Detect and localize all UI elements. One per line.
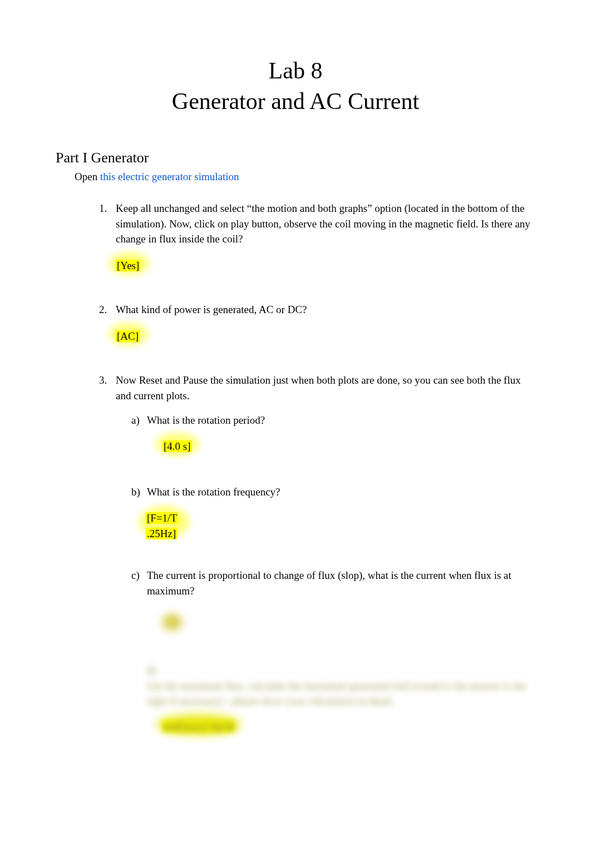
title-line-1: Lab 8 bbox=[56, 56, 535, 86]
q2-answer-text: [AC] bbox=[116, 330, 140, 342]
q3d-blurred-text: Get the maximum flux, calculate the maxi… bbox=[147, 678, 535, 709]
question-3: 3. Now Reset and Pause the simulation ju… bbox=[99, 373, 535, 734]
q1-text: Keep all unchanged and select “the motio… bbox=[116, 201, 535, 247]
q3c-text: The current is proportional to change of… bbox=[147, 568, 535, 598]
open-prefix: Open bbox=[75, 171, 100, 182]
q3b: b) What is the rotation frequency? [F=1/… bbox=[131, 484, 535, 558]
q3d-answer: emf(max)=dφ/dt bbox=[162, 719, 235, 735]
q3-number: 3. bbox=[99, 373, 107, 388]
q3a: a) What is the rotation period? [4.0 s] bbox=[131, 413, 535, 474]
q3c: c) The current is proportional to change… bbox=[131, 568, 535, 653]
q3c-blurred-answer bbox=[162, 614, 182, 631]
q3d: d) Get the maximum flux, calculate the m… bbox=[131, 663, 535, 734]
q3a-letter: a) bbox=[131, 413, 140, 428]
q3d-letter: d) bbox=[147, 664, 156, 676]
q3-text: Now Reset and Pause the simulation just … bbox=[116, 373, 535, 403]
q3b-answer-line1: [F=1/T bbox=[146, 512, 178, 524]
q3b-text: What is the rotation frequency? bbox=[147, 484, 535, 500]
q3a-answer: [4.0 s] bbox=[162, 439, 192, 454]
question-2: 2. What kind of power is generated, AC o… bbox=[99, 302, 535, 364]
q3a-text: What is the rotation period? bbox=[147, 413, 535, 428]
title-block: Lab 8 Generator and AC Current bbox=[56, 56, 535, 116]
q3a-answer-text: [4.0 s] bbox=[162, 440, 192, 452]
q2-answer: [AC] bbox=[116, 329, 140, 344]
q3b-letter: b) bbox=[131, 484, 140, 500]
simulation-link[interactable]: this electric generator simulation bbox=[100, 171, 239, 182]
q1-answer: [Yes] bbox=[116, 258, 140, 274]
q1-answer-text: [Yes] bbox=[116, 260, 140, 271]
q3-sublist: a) What is the rotation period? [4.0 s] … bbox=[131, 413, 535, 735]
question-1: 1. Keep all unchanged and select “the mo… bbox=[99, 201, 535, 293]
title-line-2: Generator and AC Current bbox=[56, 86, 535, 117]
q2-number: 2. bbox=[99, 302, 107, 318]
q2-text: What kind of power is generated, AC or D… bbox=[116, 302, 535, 318]
q1-number: 1. bbox=[99, 201, 107, 216]
question-list: 1. Keep all unchanged and select “the mo… bbox=[99, 201, 535, 734]
q3b-answer-line2: .25Hz] bbox=[146, 528, 177, 539]
q3d-answer-text: emf(max)=dφ/dt bbox=[162, 721, 235, 732]
q3b-answer: [F=1/T .25Hz] bbox=[146, 510, 178, 541]
open-simulation-line: Open this electric generator simulation bbox=[75, 171, 535, 183]
section-heading: Part I Generator bbox=[56, 150, 535, 166]
q3d-blurred-content: d) Get the maximum flux, calculate the m… bbox=[147, 663, 535, 709]
q3c-letter: c) bbox=[131, 568, 140, 583]
